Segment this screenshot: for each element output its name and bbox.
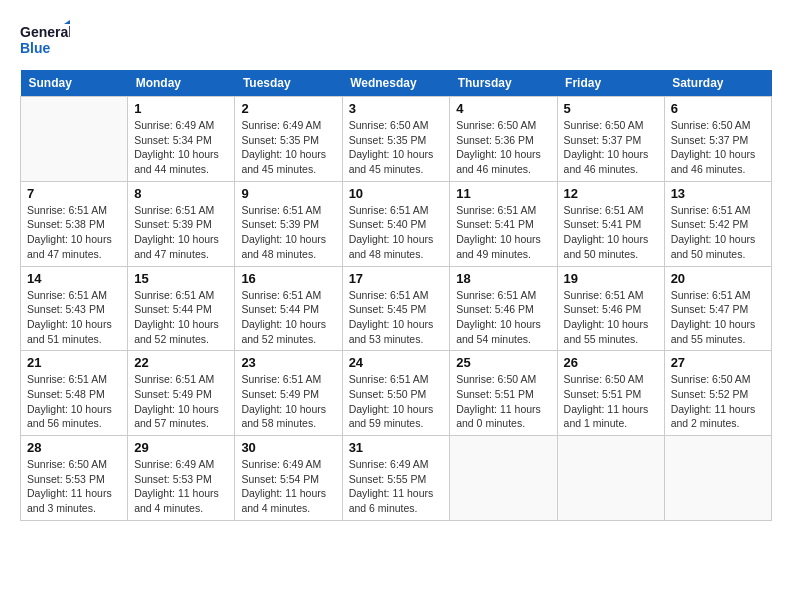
day-info: Sunrise: 6:51 AMSunset: 5:44 PMDaylight:… [241,288,335,347]
day-number: 17 [349,271,444,286]
column-header-sunday: Sunday [21,70,128,97]
day-cell: 19Sunrise: 6:51 AMSunset: 5:46 PMDayligh… [557,266,664,351]
day-info: Sunrise: 6:51 AMSunset: 5:39 PMDaylight:… [241,203,335,262]
day-cell: 27Sunrise: 6:50 AMSunset: 5:52 PMDayligh… [664,351,771,436]
day-info: Sunrise: 6:50 AMSunset: 5:51 PMDaylight:… [564,372,658,431]
day-number: 4 [456,101,550,116]
day-number: 24 [349,355,444,370]
day-number: 8 [134,186,228,201]
day-cell: 9Sunrise: 6:51 AMSunset: 5:39 PMDaylight… [235,181,342,266]
day-cell: 4Sunrise: 6:50 AMSunset: 5:36 PMDaylight… [450,97,557,182]
day-info: Sunrise: 6:51 AMSunset: 5:45 PMDaylight:… [349,288,444,347]
day-cell: 17Sunrise: 6:51 AMSunset: 5:45 PMDayligh… [342,266,450,351]
day-info: Sunrise: 6:51 AMSunset: 5:49 PMDaylight:… [241,372,335,431]
day-number: 28 [27,440,121,455]
day-info: Sunrise: 6:51 AMSunset: 5:43 PMDaylight:… [27,288,121,347]
day-info: Sunrise: 6:50 AMSunset: 5:52 PMDaylight:… [671,372,765,431]
day-cell: 18Sunrise: 6:51 AMSunset: 5:46 PMDayligh… [450,266,557,351]
day-number: 2 [241,101,335,116]
week-row-5: 28Sunrise: 6:50 AMSunset: 5:53 PMDayligh… [21,436,772,521]
week-row-3: 14Sunrise: 6:51 AMSunset: 5:43 PMDayligh… [21,266,772,351]
day-cell: 16Sunrise: 6:51 AMSunset: 5:44 PMDayligh… [235,266,342,351]
logo-svg: General Blue [20,20,70,60]
week-row-2: 7Sunrise: 6:51 AMSunset: 5:38 PMDaylight… [21,181,772,266]
day-number: 18 [456,271,550,286]
day-cell [450,436,557,521]
day-cell: 21Sunrise: 6:51 AMSunset: 5:48 PMDayligh… [21,351,128,436]
day-info: Sunrise: 6:50 AMSunset: 5:37 PMDaylight:… [671,118,765,177]
day-info: Sunrise: 6:51 AMSunset: 5:46 PMDaylight:… [564,288,658,347]
day-cell: 12Sunrise: 6:51 AMSunset: 5:41 PMDayligh… [557,181,664,266]
day-number: 19 [564,271,658,286]
day-number: 21 [27,355,121,370]
day-number: 10 [349,186,444,201]
day-cell [21,97,128,182]
day-number: 16 [241,271,335,286]
week-row-1: 1Sunrise: 6:49 AMSunset: 5:34 PMDaylight… [21,97,772,182]
day-info: Sunrise: 6:50 AMSunset: 5:37 PMDaylight:… [564,118,658,177]
day-info: Sunrise: 6:50 AMSunset: 5:51 PMDaylight:… [456,372,550,431]
calendar-table: SundayMondayTuesdayWednesdayThursdayFrid… [20,70,772,521]
day-info: Sunrise: 6:51 AMSunset: 5:49 PMDaylight:… [134,372,228,431]
day-cell: 24Sunrise: 6:51 AMSunset: 5:50 PMDayligh… [342,351,450,436]
day-number: 27 [671,355,765,370]
day-number: 20 [671,271,765,286]
day-info: Sunrise: 6:49 AMSunset: 5:54 PMDaylight:… [241,457,335,516]
day-info: Sunrise: 6:49 AMSunset: 5:55 PMDaylight:… [349,457,444,516]
day-cell: 6Sunrise: 6:50 AMSunset: 5:37 PMDaylight… [664,97,771,182]
day-cell: 26Sunrise: 6:50 AMSunset: 5:51 PMDayligh… [557,351,664,436]
day-info: Sunrise: 6:50 AMSunset: 5:36 PMDaylight:… [456,118,550,177]
day-cell: 31Sunrise: 6:49 AMSunset: 5:55 PMDayligh… [342,436,450,521]
column-header-monday: Monday [128,70,235,97]
day-info: Sunrise: 6:51 AMSunset: 5:46 PMDaylight:… [456,288,550,347]
column-header-friday: Friday [557,70,664,97]
day-info: Sunrise: 6:51 AMSunset: 5:39 PMDaylight:… [134,203,228,262]
day-cell: 1Sunrise: 6:49 AMSunset: 5:34 PMDaylight… [128,97,235,182]
day-number: 6 [671,101,765,116]
day-cell: 5Sunrise: 6:50 AMSunset: 5:37 PMDaylight… [557,97,664,182]
day-info: Sunrise: 6:51 AMSunset: 5:38 PMDaylight:… [27,203,121,262]
day-cell: 25Sunrise: 6:50 AMSunset: 5:51 PMDayligh… [450,351,557,436]
day-info: Sunrise: 6:51 AMSunset: 5:41 PMDaylight:… [456,203,550,262]
day-cell: 29Sunrise: 6:49 AMSunset: 5:53 PMDayligh… [128,436,235,521]
day-cell: 23Sunrise: 6:51 AMSunset: 5:49 PMDayligh… [235,351,342,436]
day-cell [557,436,664,521]
day-cell: 22Sunrise: 6:51 AMSunset: 5:49 PMDayligh… [128,351,235,436]
day-cell: 10Sunrise: 6:51 AMSunset: 5:40 PMDayligh… [342,181,450,266]
day-cell [664,436,771,521]
day-info: Sunrise: 6:49 AMSunset: 5:35 PMDaylight:… [241,118,335,177]
day-cell: 3Sunrise: 6:50 AMSunset: 5:35 PMDaylight… [342,97,450,182]
day-info: Sunrise: 6:51 AMSunset: 5:50 PMDaylight:… [349,372,444,431]
page-header: General Blue [20,20,772,60]
header-row: SundayMondayTuesdayWednesdayThursdayFrid… [21,70,772,97]
day-info: Sunrise: 6:50 AMSunset: 5:53 PMDaylight:… [27,457,121,516]
day-info: Sunrise: 6:51 AMSunset: 5:44 PMDaylight:… [134,288,228,347]
day-number: 13 [671,186,765,201]
svg-text:Blue: Blue [20,40,51,56]
svg-marker-2 [64,20,70,24]
day-number: 9 [241,186,335,201]
day-number: 3 [349,101,444,116]
svg-text:General: General [20,24,70,40]
column-header-tuesday: Tuesday [235,70,342,97]
day-info: Sunrise: 6:51 AMSunset: 5:42 PMDaylight:… [671,203,765,262]
day-number: 31 [349,440,444,455]
day-number: 29 [134,440,228,455]
day-cell: 8Sunrise: 6:51 AMSunset: 5:39 PMDaylight… [128,181,235,266]
day-number: 11 [456,186,550,201]
day-cell: 20Sunrise: 6:51 AMSunset: 5:47 PMDayligh… [664,266,771,351]
day-number: 30 [241,440,335,455]
column-header-thursday: Thursday [450,70,557,97]
day-cell: 2Sunrise: 6:49 AMSunset: 5:35 PMDaylight… [235,97,342,182]
day-info: Sunrise: 6:50 AMSunset: 5:35 PMDaylight:… [349,118,444,177]
day-cell: 13Sunrise: 6:51 AMSunset: 5:42 PMDayligh… [664,181,771,266]
day-info: Sunrise: 6:49 AMSunset: 5:34 PMDaylight:… [134,118,228,177]
day-number: 25 [456,355,550,370]
day-number: 26 [564,355,658,370]
day-cell: 28Sunrise: 6:50 AMSunset: 5:53 PMDayligh… [21,436,128,521]
day-cell: 7Sunrise: 6:51 AMSunset: 5:38 PMDaylight… [21,181,128,266]
day-cell: 11Sunrise: 6:51 AMSunset: 5:41 PMDayligh… [450,181,557,266]
day-info: Sunrise: 6:51 AMSunset: 5:47 PMDaylight:… [671,288,765,347]
day-number: 7 [27,186,121,201]
day-number: 5 [564,101,658,116]
